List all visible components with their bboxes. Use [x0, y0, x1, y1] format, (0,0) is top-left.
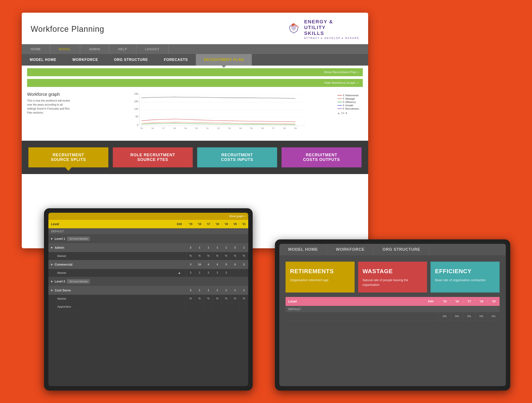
- tablet2-row1-cell3: 0%: [463, 312, 475, 320]
- svg-text:'26: '26: [261, 127, 264, 129]
- legend-growth: F. Growth: [337, 104, 361, 107]
- svg-text:'18: '18: [173, 127, 176, 129]
- tablet2-default-row: DEFAULT: [285, 306, 500, 312]
- tablet2-data-row1: 0% 0% 0% 0% 0%: [285, 312, 500, 321]
- tablet-admin-row: ▶ Admin 2 1 1 1 1 2 1: [48, 243, 248, 252]
- svg-text:'21: '21: [206, 127, 209, 129]
- tablet-edit-header: Edit: [173, 222, 186, 226]
- sec-nav-recruitment-plan[interactable]: RECRUITMENT PLAN: [196, 54, 252, 65]
- tablet2-row1-cell2: 0%: [451, 312, 463, 320]
- svg-text:'15: '15: [140, 127, 143, 129]
- svg-text:'25: '25: [250, 127, 253, 129]
- svg-text:120: 120: [134, 108, 138, 110]
- svg-text:'24: '24: [239, 127, 242, 129]
- tablet-apprentice-cell7: [239, 303, 248, 311]
- tablet-apprentice-cell2: [195, 303, 204, 311]
- tablet-custservs-y5: 1: [222, 289, 230, 292]
- tablet2-wastage-title: WASTAGE: [363, 268, 423, 275]
- tablet2-nav-model-home[interactable]: MODEL HOME: [279, 244, 327, 255]
- tablet-year-18: '18: [213, 222, 222, 226]
- set-level2-defaults-btn[interactable]: Set level defaults: [67, 279, 90, 284]
- tablet-year-20: '20: [230, 222, 239, 226]
- tablet-admin-y5: 1: [222, 246, 230, 249]
- tablet-market-name2: Market: [48, 271, 173, 274]
- expand-commercial-icon[interactable]: ▶: [51, 263, 53, 266]
- nav-help[interactable]: HELP: [109, 44, 136, 54]
- tablet-custservs-y3: 1: [204, 289, 213, 292]
- logo-text: ENERGY & UTILITY SKILLS ATTRACT ▸ DEVELO…: [304, 19, 359, 39]
- tablet2-card-efficiency[interactable]: EFFICIENCY Base rate of organisation con…: [431, 262, 500, 292]
- tablet2-card-wastage[interactable]: WASTAGE Natural rate of people leaving t…: [358, 262, 427, 292]
- expand-admin-icon[interactable]: ▶: [51, 246, 53, 249]
- tablet2-year-15: '15: [438, 300, 451, 303]
- tablet-commercial-y4: 4: [213, 263, 222, 266]
- logo-line2: UTILITY: [304, 25, 359, 30]
- tablet-year-17: '17: [204, 222, 213, 226]
- tablet-right: MODEL HOME WORKFORCE ORG STRUCTURE RETIR…: [275, 239, 510, 390]
- legend-efficiency: F. Efficiency: [337, 101, 361, 103]
- card-label-4: RECRUITMENTCOSTS OUTPUTS: [303, 153, 340, 162]
- svg-text:'19: '19: [184, 127, 187, 129]
- tablet-show-graph-label: Show graph +: [229, 215, 246, 218]
- show-recruitment-plan-bar[interactable]: Show Recruitment Plan +: [27, 68, 363, 76]
- tablet-custservs-y4: 1: [213, 289, 222, 292]
- tablet-show-graph-bar[interactable]: Show graph +: [48, 213, 248, 220]
- tablet-level2-name: ▶ Level 2 Set level defaults: [48, 279, 186, 284]
- card-recruitment-source-splits[interactable]: RECRUITMENTSOURCE SPLITS: [28, 147, 108, 167]
- tablet-commercial-y7: 3: [239, 263, 248, 266]
- tablet2-wastage-desc: Natural rate of people leaving the organ…: [363, 278, 423, 287]
- tablet-market-row3: Market % % % % % % %: [48, 295, 248, 303]
- tablet-commercial-y2: 16: [195, 263, 204, 266]
- nav-logout[interactable]: LOGOUT: [136, 44, 169, 54]
- expand-level1-icon[interactable]: ▶: [51, 237, 53, 240]
- card-label-2: ROLE RECRUITMENTSOURCE FTES: [130, 153, 175, 162]
- logo-tagline: ATTRACT ▸ DEVELOP ▸ ASSURE: [304, 37, 359, 39]
- expand-custservs-icon[interactable]: ▶: [51, 289, 53, 291]
- tablet-market-name1: Market: [48, 254, 173, 258]
- tablet-market-cell5: %: [222, 252, 230, 260]
- tablet2-cards: RETIREMENTS Organisation retirement age …: [279, 255, 506, 297]
- card-recruitment-costs-outputs[interactable]: RECRUITMENTCOSTS OUTPUTS: [282, 147, 361, 167]
- sec-nav-org-structure[interactable]: ORG STRUCTURE: [106, 54, 156, 65]
- tablet-level1-name: ▶ Level 1 Set level defaults: [48, 236, 186, 241]
- tablet-market3-cell6: %: [230, 295, 239, 303]
- card-role-recruitment-source-ftes[interactable]: ROLE RECRUITMENTSOURCE FTES: [113, 147, 193, 167]
- tablet-custservs-y6: 1: [230, 289, 239, 292]
- tablet-market-row2: Market ▲ 3 3 3 3 3: [48, 269, 248, 277]
- tablet-level-header: Level: [48, 222, 173, 226]
- svg-text:'17: '17: [162, 127, 165, 129]
- tablet2-row1-cell1: 0%: [438, 312, 451, 320]
- tablet-custservs-y1: 2: [186, 289, 195, 292]
- tablet2-card-retirements[interactable]: RETIREMENTS Organisation retirement age: [285, 262, 355, 292]
- tablet-market3-cell3: %: [204, 295, 213, 303]
- tablet-market3-cell4: %: [213, 295, 222, 303]
- nav-home[interactable]: HOME: [22, 44, 50, 54]
- tablet-apprentice-cell5: [222, 303, 230, 311]
- tablet-right-inner: MODEL HOME WORKFORCE ORG STRUCTURE RETIR…: [279, 244, 506, 386]
- set-level1-defaults-btn[interactable]: Set level defaults: [67, 236, 90, 241]
- tablet-market2-cell1: 3: [186, 269, 195, 277]
- tablet-market2-cell6: [230, 269, 239, 277]
- tablet2-nav-workforce[interactable]: WORKFORCE: [327, 244, 374, 255]
- tablet-year-16: '16: [195, 222, 204, 226]
- show-recruitment-plan-label: Show Recruitment Plan +: [324, 71, 359, 74]
- tablet-market2-cell7: [239, 269, 248, 277]
- card-recruitment-costs-inputs[interactable]: RECRUITMENTCOSTS INPUTS: [197, 147, 277, 167]
- sec-nav-workforce[interactable]: WORKFORCE: [64, 54, 106, 65]
- tablet-market-cell7: %: [239, 252, 248, 260]
- tablet-market-cell1: %: [186, 252, 195, 260]
- tablet2-year-16: '16: [451, 300, 463, 303]
- logo-line1: ENERGY &: [304, 19, 359, 25]
- tablet-admin-name: ▶ Admin: [48, 246, 186, 249]
- sec-nav-forecasts[interactable]: FORECASTS: [156, 54, 196, 65]
- tablet-admin-y3: 1: [204, 246, 213, 249]
- tablet-commercial-y6: 0: [230, 263, 239, 266]
- nav-admin[interactable]: ADMIN: [80, 44, 109, 54]
- sec-nav-model-home[interactable]: MODEL HOME: [22, 54, 64, 65]
- tablet-left: Show graph + Level Edit '15 '16 '17 '18 …: [44, 208, 253, 390]
- hide-workforce-graph-bar[interactable]: Hide Workforce Graph —: [27, 79, 363, 87]
- logo-line3: SKILLS: [304, 30, 359, 36]
- expand-level2-icon[interactable]: ▶: [51, 280, 53, 283]
- nav-model[interactable]: MODEL: [50, 44, 80, 54]
- tablet2-nav-org-structure[interactable]: ORG STRUCTURE: [374, 244, 429, 255]
